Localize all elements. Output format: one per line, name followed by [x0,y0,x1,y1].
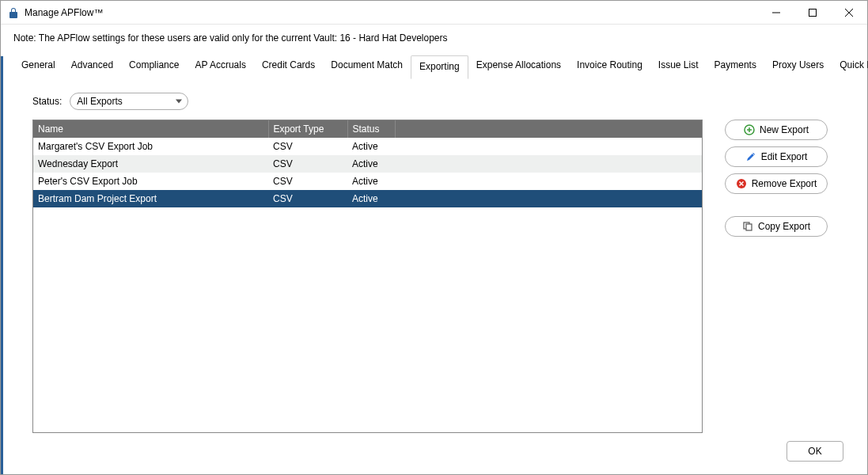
tab-invoice-routing[interactable]: Invoice Routing [569,55,650,78]
cell-type: CSV [268,173,347,190]
tab-general[interactable]: General [13,55,63,78]
svg-rect-0 [809,9,817,16]
left-accent [1,56,3,474]
plus-circle-icon [744,124,755,135]
remove-export-label: Remove Export [752,178,817,189]
table-row[interactable]: Margaret's CSV Export JobCSVActive [33,138,702,155]
tab-document-match[interactable]: Document Match [323,55,411,78]
table-row[interactable]: Wednesday ExportCSVActive [33,155,702,173]
tab-compliance[interactable]: Compliance [121,55,187,78]
ok-button[interactable]: OK [787,441,843,462]
tab-quick-notes[interactable]: Quick Notes [832,55,868,78]
tab-bar: GeneralAdvancedComplianceAP AccrualsCred… [1,55,867,78]
right-button-panel: New Export Edit Export Remove Export Cop… [725,93,843,433]
cell-type: CSV [268,138,347,155]
tab-advanced[interactable]: Advanced [63,55,121,78]
export-table: Name Export Type Status Margaret's CSV E… [33,120,702,207]
col-name[interactable]: Name [33,120,268,138]
cell-status: Active [347,155,395,173]
left-panel: Status: All Exports Name Export Type Sta… [32,93,703,433]
copy-export-label: Copy Export [758,221,810,232]
edit-export-button[interactable]: Edit Export [725,146,828,167]
table-header-row: Name Export Type Status [33,120,702,138]
tab-issue-list[interactable]: Issue List [650,55,707,78]
table-row[interactable]: Peter's CSV Export JobCSVActive [33,173,702,190]
svg-rect-4 [746,224,752,230]
col-spacer [395,120,702,138]
new-export-button[interactable]: New Export [725,120,828,140]
copy-export-button[interactable]: Copy Export [725,216,828,237]
window-title: Manage APFlow™ [25,7,103,18]
content-area: Status: All Exports Name Export Type Sta… [1,78,867,441]
maximize-button[interactable] [794,1,831,25]
app-window: Manage APFlow™ Note: The APFlow settings… [0,0,868,475]
minimize-button[interactable] [758,1,794,25]
cell-name: Bertram Dam Project Export [33,190,268,207]
cell-name: Margaret's CSV Export Job [33,138,268,155]
tab-ap-accruals[interactable]: AP Accruals [187,55,253,78]
tab-exporting[interactable]: Exporting [411,55,468,79]
edit-export-label: Edit Export [761,151,808,162]
footer: OK [1,441,867,474]
cell-status: Active [347,190,395,207]
new-export-label: New Export [760,124,809,135]
ok-label: OK [808,446,821,457]
col-status[interactable]: Status [347,120,395,138]
tab-credit-cards[interactable]: Credit Cards [254,55,323,78]
copy-icon [742,221,753,232]
x-circle-icon [736,178,747,189]
tab-expense-allocations[interactable]: Expense Allocations [468,55,569,78]
export-grid[interactable]: Name Export Type Status Margaret's CSV E… [32,120,703,433]
titlebar: Manage APFlow™ [1,1,867,25]
status-select-wrap: All Exports [70,93,188,110]
col-export-type[interactable]: Export Type [268,120,347,138]
tab-payments[interactable]: Payments [707,55,764,78]
cell-type: CSV [268,155,347,173]
lock-icon [7,6,20,19]
tab-proxy-users[interactable]: Proxy Users [764,55,832,78]
close-button[interactable] [831,1,867,25]
cell-name: Peter's CSV Export Job [33,173,268,190]
status-filter-row: Status: All Exports [32,93,703,110]
cell-name: Wednesday Export [33,155,268,173]
pencil-icon [745,151,756,162]
table-row[interactable]: Bertram Dam Project ExportCSVActive [33,190,702,207]
cell-status: Active [347,138,395,155]
remove-export-button[interactable]: Remove Export [725,173,828,194]
note-text: Note: The APFlow settings for these user… [1,25,867,50]
status-select[interactable]: All Exports [70,93,188,110]
cell-type: CSV [268,190,347,207]
status-label: Status: [32,96,62,107]
cell-status: Active [347,173,395,190]
